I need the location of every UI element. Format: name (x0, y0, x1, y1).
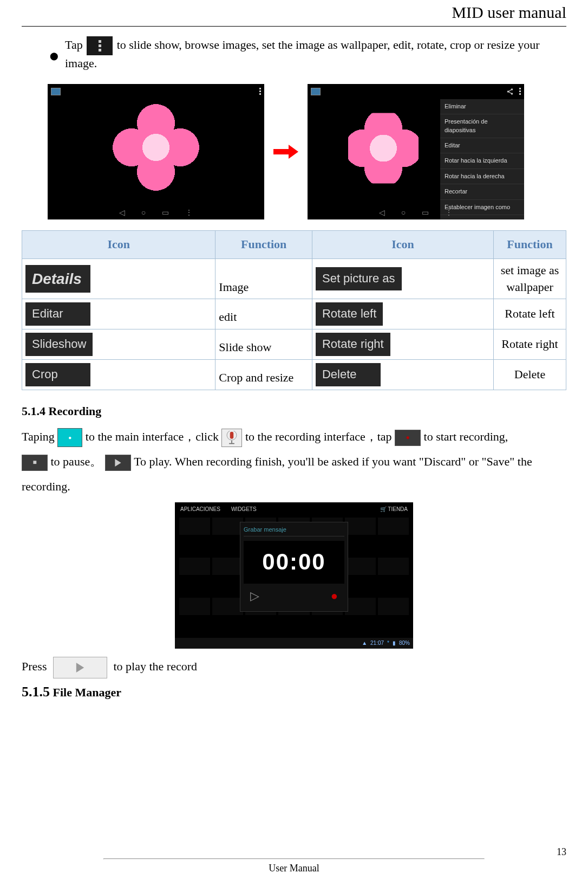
nav-bar: ◁○▭⋮ (308, 206, 524, 219)
footer: 13 User Manual (22, 858, 566, 875)
heading-text: File Manager (50, 685, 121, 699)
details-chip: Details (25, 265, 90, 293)
bullet-icon: ⬤ (50, 51, 58, 62)
txt: to play the record (113, 659, 197, 673)
svg-marker-1 (289, 145, 298, 159)
camera-icon (311, 88, 321, 95)
bullet-post: to slide show, browse images, set the im… (65, 38, 540, 70)
context-menu: Eliminar Presentación de diapositivas Ed… (440, 99, 524, 219)
svg-marker-9 (115, 459, 121, 467)
rotate-right-chip: Rotate right (316, 333, 390, 356)
flower-image (113, 104, 199, 191)
screenshot-after: Eliminar Presentación de diapositivas Ed… (308, 84, 524, 219)
fn-cell: Rotate right (493, 329, 566, 360)
wifi-icon: ▲ (362, 639, 367, 647)
fn-cell: Crop and resize (215, 359, 312, 390)
menu-item: Presentación de diapositivas (440, 114, 524, 138)
svg-rect-5 (230, 431, 234, 438)
footer-rule (103, 858, 485, 859)
popup-title: Grabar mensaje (244, 526, 344, 536)
screenshots-row: ◁○▭⋮ Eliminar Presentación de diapositiv… (48, 84, 566, 219)
play-button-icon (105, 455, 131, 471)
menu-item: Rotar hacia la derecha (440, 169, 524, 184)
tab-apps: APLICACIONES (180, 506, 220, 513)
menu-item: Recortar (440, 184, 524, 199)
flower-image (348, 113, 419, 183)
tab-store: 🛒 TIENDA (380, 506, 408, 513)
fn-cell: Delete (493, 359, 566, 390)
fn-cell: Image (215, 258, 312, 299)
play-icon: ▷ (250, 588, 259, 605)
arrow-icon (270, 144, 302, 160)
bt-icon: * (387, 639, 389, 647)
txt: to the recording interface，tap (245, 430, 392, 443)
th-icon: Icon (312, 230, 493, 258)
txt: Taping (22, 430, 55, 443)
menu-item: Rotar hacia la izquierda (440, 153, 524, 169)
header-title: MID user manual (22, 0, 566, 26)
table-row: Details Image Set picture as set image a… (22, 258, 566, 299)
menu-item: Eliminar (440, 99, 524, 114)
txt: Press (22, 659, 47, 673)
icon-function-table: Icon Function Icon Function Details Imag… (22, 230, 566, 390)
delete-chip: Delete (316, 363, 381, 386)
table-row: Editar edit Rotate left Rotate left (22, 299, 566, 329)
overflow-icon (259, 88, 261, 95)
th-icon: Icon (22, 230, 215, 258)
th-function: Function (215, 230, 312, 258)
record-button-icon (395, 430, 421, 446)
section-filemanager-heading: 5.1.5 File Manager (22, 682, 566, 702)
page-number: 13 (557, 845, 566, 859)
battery-icon: ▮ (393, 639, 396, 647)
press-play-paragraph: Press to play the record (22, 654, 566, 679)
fn-cell: set image as wallpaper (493, 258, 566, 299)
bullet-paragraph: ⬤ Tap to slide show, browse images, set … (22, 27, 566, 77)
record-popup: Grabar mensaje 00:00 ▷ ● (240, 522, 348, 612)
table-row: Slideshow Slide show Rotate right Rotate… (22, 329, 566, 360)
rotate-left-chip: Rotate left (316, 302, 383, 326)
overflow-icon (519, 88, 521, 95)
menu-item: Editar (440, 138, 524, 153)
stop-button-icon (22, 455, 48, 471)
set-picture-chip: Set picture as (316, 267, 402, 290)
record-icon: ● (331, 588, 338, 605)
clock: 21:07 (370, 639, 384, 647)
svg-rect-0 (273, 149, 289, 154)
bullet-pre: Tap (65, 38, 83, 51)
microphone-icon (221, 429, 242, 447)
overflow-menu-icon (87, 36, 113, 55)
crop-chip: Crop (25, 363, 90, 386)
fn-cell: Slide show (215, 329, 312, 360)
nav-bar: ◁○▭⋮ (48, 206, 264, 219)
fn-cell: edit (215, 299, 312, 329)
txt: to start recording, (424, 430, 508, 443)
recording-timer: 00:00 (244, 541, 344, 584)
play-record-button-icon (53, 657, 107, 678)
editar-chip: Editar (25, 302, 90, 326)
txt: to the main interface，click (86, 430, 219, 443)
svg-rect-8 (230, 443, 235, 444)
fn-cell: Rotate left (493, 299, 566, 329)
svg-marker-10 (76, 663, 84, 672)
status-bar: ▲ 21:07 * ▮ 80% (175, 638, 413, 649)
footer-label: User Manual (269, 863, 319, 874)
slideshow-chip: Slideshow (25, 333, 93, 356)
table-row: Crop Crop and resize Delete Delete (22, 359, 566, 390)
recording-screenshot: APLICACIONES WIDGETS 🛒 TIENDA Grabar men… (175, 502, 413, 649)
txt: to pause。 (51, 455, 102, 468)
heading-number: 5.1.5 (22, 684, 50, 700)
camera-icon (51, 88, 61, 95)
recorder-app-icon (57, 428, 82, 447)
screenshot-before: ◁○▭⋮ (48, 84, 264, 219)
svg-rect-7 (232, 440, 233, 443)
recording-paragraph: Taping to the main interface，click to th… (22, 424, 566, 500)
battery-pct: 80% (399, 639, 410, 647)
section-recording-heading: 5.1.4 Recording (22, 403, 566, 420)
tab-widgets: WIDGETS (231, 506, 257, 513)
th-function: Function (493, 230, 566, 258)
share-icon (506, 88, 514, 95)
